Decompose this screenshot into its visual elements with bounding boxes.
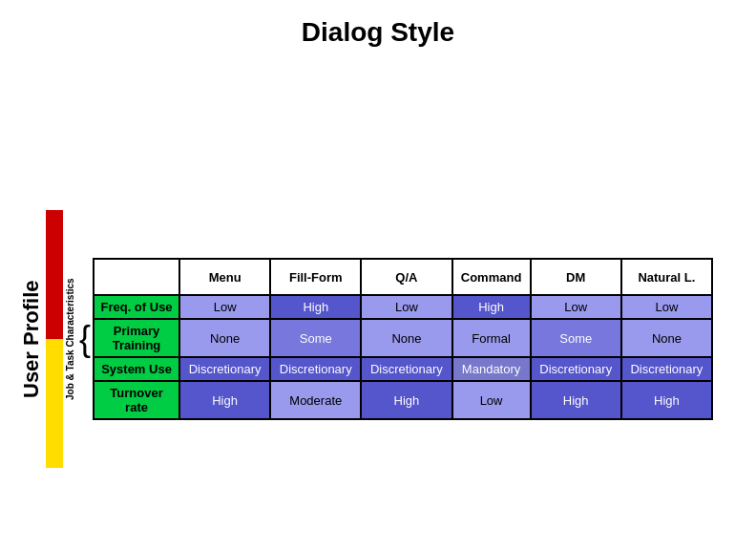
training-command: Formal (452, 319, 531, 357)
freq-qa: Low (361, 295, 452, 319)
dialog-style-table: Menu Fill-Form Q/A Command DM Natural L.… (93, 258, 713, 420)
turnover-dm: High (531, 381, 621, 419)
training-fillform: Some (270, 319, 361, 357)
sysuse-fillform: Discretionary (270, 357, 361, 381)
training-dm: Some (531, 319, 621, 357)
turnover-menu: High (179, 381, 270, 419)
freq-command: High (452, 295, 531, 319)
row-label-sysuse: System Use (94, 357, 179, 381)
sysuse-naturall: Discretionary (621, 357, 712, 381)
row-label-freq: Freq. of Use (94, 295, 179, 319)
training-qa: None (361, 319, 452, 357)
turnover-fillform: Moderate (270, 381, 361, 419)
col-naturall: Natural L. (621, 259, 712, 295)
freq-fillform: High (270, 295, 361, 319)
freq-dm: Low (531, 295, 621, 319)
training-menu: None (179, 319, 270, 357)
header-empty (94, 259, 179, 295)
sysuse-menu: Discretionary (179, 357, 270, 381)
row-label-training: Primary Training (94, 319, 179, 357)
sysuse-command: Mandatory (452, 357, 531, 381)
header-row: Menu Fill-Form Q/A Command DM Natural L. (94, 259, 712, 295)
col-fillform: Fill-Form (270, 259, 361, 295)
col-dm: DM (531, 259, 621, 295)
turnover-qa: High (361, 381, 452, 419)
row-turnover: Turnover rate High Moderate High Low Hig… (94, 381, 712, 419)
yellow-accent (46, 339, 63, 468)
col-command: Command (452, 259, 531, 295)
row-label-turnover: Turnover rate (94, 381, 179, 419)
bracket: { (79, 210, 91, 468)
row-primary-training: Primary Training None Some None Formal S… (94, 319, 712, 357)
row-freq-of-use: Freq. of Use Low High Low High Low Low (94, 295, 712, 319)
turnover-naturall: High (621, 381, 712, 419)
col-qa: Q/A (361, 259, 452, 295)
main-container: User Profile Job & Task Characteristics … (19, 64, 756, 550)
page-title: Dialog Style (0, 0, 756, 59)
freq-menu: Low (179, 295, 270, 319)
training-naturall: None (621, 319, 712, 357)
freq-naturall: Low (621, 295, 712, 319)
side-bar-accent (46, 210, 63, 468)
sysuse-qa: Discretionary (361, 357, 452, 381)
table-container: Menu Fill-Form Q/A Command DM Natural L.… (93, 258, 756, 420)
red-accent (46, 210, 63, 339)
turnover-command: Low (452, 381, 531, 419)
sysuse-dm: Discretionary (531, 357, 621, 381)
row-system-use: System Use Discretionary Discretionary D… (94, 357, 712, 381)
job-task-label: Job & Task Characteristics (65, 210, 75, 468)
col-menu: Menu (179, 259, 270, 295)
user-profile-label: User Profile (19, 64, 44, 550)
